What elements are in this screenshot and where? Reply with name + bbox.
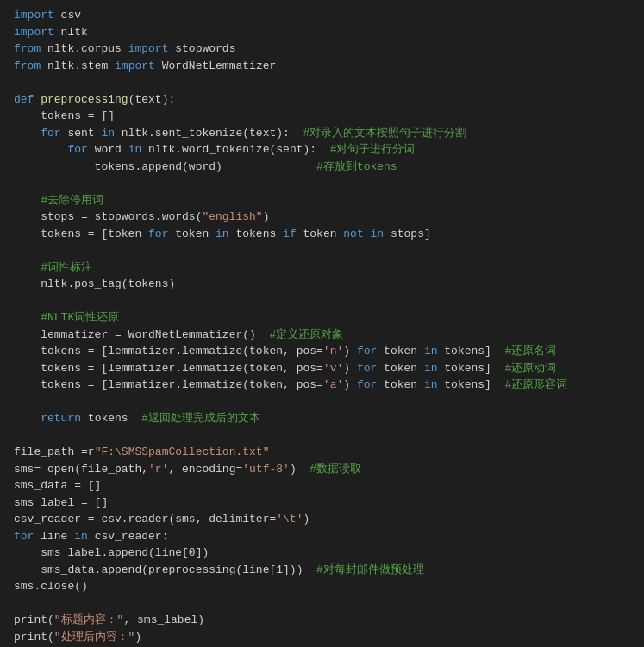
code-line-14: tokens = [token for token in tokens if t… — [0, 226, 644, 243]
code-line-9: for word in nltk.word_tokenize(sent): #对… — [0, 141, 644, 159]
code-line-28: sms= open(file_path,'r', encoding='utf-8… — [0, 461, 644, 478]
code-line-17: nltk.pos_tag(tokens) — [0, 276, 644, 293]
code-line-27: file_path =r"F:\SMSSpamCollection.txt" — [0, 444, 644, 461]
code-line-4: from nltk.stem import WordNetLemmatizer — [0, 58, 644, 75]
code-line-25: return tokens #返回处理完成后的文本 — [0, 410, 644, 427]
keyword-return: return — [41, 410, 81, 427]
code-line-1: import csv — [0, 7, 644, 24]
code-line-7: tokens = [] — [0, 108, 644, 125]
keyword-in6: in — [424, 360, 438, 377]
keyword-in3: in — [216, 226, 229, 243]
func-preprocessing: preprocessing — [41, 91, 128, 109]
comment-6: #NLTK词性还原 — [41, 309, 119, 327]
keyword-in: in — [101, 125, 115, 142]
keyword-if: if — [283, 226, 297, 243]
comment-2: #对句子进行分词 — [330, 141, 416, 159]
string-a: 'a' — [323, 376, 343, 394]
code-line-29: sms_data = [] — [0, 477, 644, 495]
comment-1: #对录入的文本按照句子进行分割 — [303, 125, 466, 142]
code-line-30: sms_label = [] — [0, 495, 644, 512]
keyword-not: not — [343, 226, 363, 243]
code-line-38: print("处理后内容：") — [0, 629, 644, 646]
comment-13: #对每封邮件做预处理 — [316, 562, 424, 579]
keyword-for2: for — [67, 141, 87, 159]
string-english: "english" — [202, 208, 262, 226]
code-line-34: sms_data.append(preprocessing(line[1])) … — [0, 562, 644, 579]
code-line-23: tokens = [lemmatizer.lemmatize(token, po… — [0, 376, 644, 394]
keyword-from2: from — [14, 58, 41, 75]
keyword-def: def — [14, 91, 34, 109]
keyword-in7: in — [424, 376, 438, 394]
keyword-from: from — [14, 40, 41, 58]
code-line-24 — [0, 394, 644, 411]
code-line-3: from nltk.corpus import stopwords — [0, 40, 644, 58]
code-line-13: stops = stopwords.words("english") — [0, 208, 644, 226]
keyword-import3: import — [128, 40, 169, 58]
code-line-36 — [0, 595, 644, 613]
code-line-22: tokens = [lemmatizer.lemmatize(token, po… — [0, 360, 644, 377]
keyword-for5: for — [357, 360, 377, 377]
code-line-31: csv_reader = csv.reader(sms, delimiter='… — [0, 511, 644, 528]
keyword-in4: in — [371, 226, 385, 243]
keyword-in2: in — [128, 141, 142, 159]
code-line-5 — [0, 74, 644, 91]
string-tab: '\t' — [276, 511, 303, 528]
comment-4: #去除停用词 — [41, 192, 103, 209]
comment-10: #还原形容词 — [505, 376, 568, 394]
comment-9: #还原动词 — [505, 360, 557, 377]
keyword-for: for — [41, 125, 60, 142]
code-line-20: lemmatizer = WordNetLemmatizer() #定义还原对象 — [0, 327, 644, 344]
string-v: 'v' — [323, 360, 343, 377]
code-line-15 — [0, 242, 644, 259]
string-utf8: 'utf-8' — [242, 461, 290, 478]
string-content: "处理后内容：" — [54, 629, 135, 646]
string-title: "标题内容：" — [54, 612, 124, 629]
keyword-in5: in — [424, 343, 438, 360]
keyword-for7: for — [14, 528, 34, 545]
code-editor: import csv import nltk from nltk.corpus … — [0, 0, 644, 647]
string-n: 'n' — [323, 343, 343, 360]
code-line-19: #NLTK词性还原 — [0, 309, 644, 327]
code-line-8: for sent in nltk.sent_tokenize(text): #对… — [0, 125, 644, 142]
code-line-12: #去除停用词 — [0, 192, 644, 209]
code-line-33: sms_label.append(line[0]) — [0, 544, 644, 562]
comment-12: #数据读取 — [309, 461, 361, 478]
code-line-21: tokens = [lemmatizer.lemmatize(token, po… — [0, 343, 644, 360]
comment-7: #定义还原对象 — [269, 327, 343, 344]
keyword-for4: for — [357, 343, 377, 360]
comment-11: #返回处理完成后的文本 — [141, 410, 260, 427]
code-line-35: sms.close() — [0, 578, 644, 595]
keyword-import: import — [14, 7, 54, 24]
code-line-6: def preprocessing(text): — [0, 91, 644, 109]
string-r: 'r' — [148, 461, 168, 478]
keyword-in8: in — [74, 528, 88, 545]
keyword-for3: for — [148, 226, 168, 243]
keyword-import2: import — [14, 24, 54, 41]
code-line-2: import nltk — [0, 24, 644, 41]
comment-3: #存放到tokens — [316, 159, 397, 176]
code-line-32: for line in csv_reader: — [0, 528, 644, 545]
code-line-10: tokens.append(word) #存放到tokens — [0, 159, 644, 176]
code-line-18 — [0, 293, 644, 310]
comment-5: #词性标注 — [41, 259, 92, 277]
code-line-11 — [0, 175, 644, 192]
code-line-26 — [0, 427, 644, 445]
comment-8: #还原名词 — [505, 343, 557, 360]
keyword-import4: import — [115, 58, 155, 75]
code-line-16: #词性标注 — [0, 259, 644, 277]
keyword-for6: for — [357, 376, 377, 394]
code-line-37: print("标题内容：", sms_label) — [0, 612, 644, 629]
string-filepath: "F:\SMSSpamCollection.txt" — [95, 444, 270, 461]
